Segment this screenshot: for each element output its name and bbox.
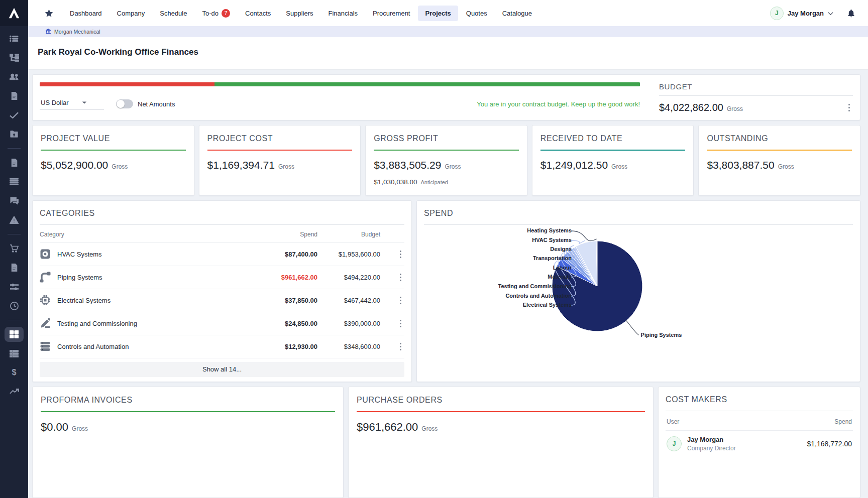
kebab-menu-icon[interactable] xyxy=(397,341,404,352)
cost-maker-role: Company Director xyxy=(687,445,736,452)
document-icon[interactable] xyxy=(5,88,24,103)
budget-progress-bar xyxy=(40,82,640,86)
kebab-menu-icon[interactable] xyxy=(397,318,404,329)
breadcrumb-company[interactable]: Morgan Mechanical xyxy=(54,29,100,35)
stat-suffix: Gross xyxy=(445,163,461,170)
chevron-down-icon xyxy=(82,101,87,104)
category-row-testing-and-commissioning[interactable]: Testing and Commissioning$24,850.00$390,… xyxy=(40,312,404,335)
sidebar-divider xyxy=(8,320,21,320)
avatar: J xyxy=(770,7,784,20)
table-icon[interactable] xyxy=(5,346,24,361)
nav-item-label: Dashboard xyxy=(70,10,102,17)
list-icon[interactable] xyxy=(5,31,24,46)
categories-title: CATEGORIES xyxy=(40,209,404,218)
budget-left: US Dollar Net Amounts You are in your co… xyxy=(40,82,640,114)
trend-icon[interactable] xyxy=(5,384,24,399)
nav-item-suppliers[interactable]: Suppliers xyxy=(279,6,320,21)
accent-line xyxy=(357,411,645,412)
net-amounts-toggle[interactable]: Net Amounts xyxy=(116,99,175,108)
nav-item-company[interactable]: Company xyxy=(110,6,152,21)
user-menu[interactable]: J Jay Morgan xyxy=(770,7,833,20)
spend-title: SPEND xyxy=(424,209,853,218)
pie-label-labour: Labour xyxy=(553,265,572,271)
divider xyxy=(424,224,853,225)
hierarchy-icon[interactable] xyxy=(5,50,24,65)
show-all-button[interactable]: Show all 14... xyxy=(40,362,404,377)
adjustments-icon[interactable] xyxy=(5,279,24,294)
budget-value-suffix: Gross xyxy=(727,105,743,112)
stat-value: $1,169,394.71 xyxy=(207,159,275,171)
stat-card-gross-profit: GROSS PROFIT$3,883,505.29Gross$1,030,038… xyxy=(365,125,527,196)
nav-item-contacts[interactable]: Contacts xyxy=(238,6,278,21)
budget-value: $4,022,862.00 xyxy=(659,102,723,113)
nav-item-catalogue[interactable]: Catalogue xyxy=(495,6,539,21)
sidebar-icon-list: $ xyxy=(0,26,28,401)
cost-makers-header: User Spend xyxy=(666,411,853,431)
nav-item-quotes[interactable]: Quotes xyxy=(459,6,494,21)
note-icon[interactable] xyxy=(5,260,24,275)
electrical-icon xyxy=(40,295,51,305)
stat-suffix: Gross xyxy=(778,163,794,170)
star-icon[interactable] xyxy=(44,9,54,18)
testing-icon xyxy=(40,318,51,328)
users-icon[interactable] xyxy=(5,69,24,84)
check-icon[interactable] xyxy=(5,107,24,122)
kebab-menu-icon[interactable] xyxy=(397,248,404,260)
clock-icon[interactable] xyxy=(5,298,24,313)
rows-icon[interactable] xyxy=(5,174,24,189)
content: US Dollar Net Amounts You are in your co… xyxy=(28,70,868,498)
nav-item-label: To-do xyxy=(202,10,219,17)
column-spend: Spend xyxy=(257,231,317,238)
nav-item-to-do[interactable]: To-do7 xyxy=(195,5,237,22)
bell-icon[interactable] xyxy=(846,9,856,18)
warning-icon[interactable] xyxy=(5,212,24,227)
accent-line xyxy=(41,411,335,412)
nav-item-label: Projects xyxy=(425,10,451,17)
cost-makers-title: COST MAKERS xyxy=(666,395,853,404)
category-budget: $1,953,600.00 xyxy=(317,251,380,258)
sidebar-divider xyxy=(8,234,21,234)
leader-line xyxy=(626,320,639,335)
nav-item-procurement[interactable]: Procurement xyxy=(366,6,417,21)
category-budget: $348,600.00 xyxy=(317,343,380,350)
nav-item-schedule[interactable]: Schedule xyxy=(153,6,194,21)
file-icon[interactable] xyxy=(5,155,24,170)
app-logo-icon[interactable] xyxy=(0,0,28,26)
kebab-menu-icon[interactable] xyxy=(397,295,404,306)
dashboard-grid-icon[interactable] xyxy=(5,327,24,342)
divider xyxy=(659,95,853,96)
nav-item-financials[interactable]: Financials xyxy=(321,6,365,21)
stat-value: $3,803,887.50 xyxy=(707,159,774,171)
kebab-menu-icon[interactable] xyxy=(845,102,853,113)
file-upload-icon[interactable] xyxy=(5,127,24,142)
column-user: User xyxy=(667,418,679,425)
budget-progress-remaining xyxy=(214,82,640,86)
nav-item-dashboard[interactable]: Dashboard xyxy=(63,6,109,21)
cart-icon[interactable] xyxy=(5,241,24,256)
category-row-electrical-systems[interactable]: Electrical Systems$37,850.00$467,442.00 xyxy=(40,289,404,312)
nav-item-projects[interactable]: Projects xyxy=(418,6,458,21)
category-spend: $12,930.00 xyxy=(257,343,317,350)
nav-menu: DashboardCompanyScheduleTo-do7ContactsSu… xyxy=(63,5,539,22)
nav-item-label: Contacts xyxy=(245,10,271,17)
cost-maker-row-jay-morgan[interactable]: JJay MorganCompany Director$1,168,772.00 xyxy=(666,431,853,457)
pie-label-controls-and-automation: Controls and Automation xyxy=(505,293,572,299)
category-budget: $467,442.00 xyxy=(317,297,380,304)
budget-value-row: $4,022,862.00 Gross xyxy=(659,102,853,113)
category-row-piping-systems[interactable]: Piping Systems$961,662.00$494,220.00 xyxy=(40,266,404,289)
chat-icon[interactable] xyxy=(5,193,24,208)
kebab-menu-icon[interactable] xyxy=(397,272,404,283)
anticipated-value: $1,030,038.00 xyxy=(374,178,417,186)
todo-count-badge: 7 xyxy=(222,9,230,18)
dollar-icon[interactable]: $ xyxy=(5,365,24,380)
category-row-controls-and-automation[interactable]: Controls and Automation$12,930.00$348,60… xyxy=(40,335,404,358)
pie-label-electrical-systems: Electrical Systems xyxy=(523,302,572,308)
sidebar-divider xyxy=(8,148,21,149)
budget-status-message: You are in your contract budget. Keep up… xyxy=(477,100,640,108)
stat-value: $3,883,505.29 xyxy=(374,159,441,171)
category-row-hvac-systems[interactable]: HVAC Systems$87,400.00$1,953,600.00 xyxy=(40,243,404,266)
stat-label: RECEIVED TO DATE xyxy=(540,134,686,143)
currency-select[interactable]: US Dollar xyxy=(40,98,104,110)
stat-suffix: Gross xyxy=(112,163,128,170)
category-spend: $37,850.00 xyxy=(257,297,317,304)
